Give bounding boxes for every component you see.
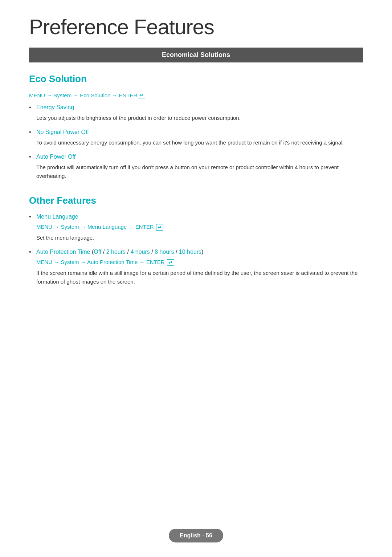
arrow-icon-1: → — [46, 92, 52, 98]
eco-solution-menu-path: MENU → System → Eco Solution → ENTER ↵ — [29, 92, 363, 98]
system-link: System — [61, 259, 79, 265]
option-4hours: 4 hours — [130, 249, 150, 255]
menu-language-path: MENU → System → Menu Language → ENTER ↵ — [36, 224, 363, 231]
menu-label: MENU — [36, 259, 52, 265]
list-item: No Signal Power Off To avoid unnecessary… — [29, 129, 363, 147]
arrow-icon: → — [54, 224, 61, 230]
auto-protection-time-label: Auto Protection Time (Off / 2 hours / 4 … — [36, 249, 203, 255]
eco-link: Eco Solution — [80, 92, 110, 98]
auto-protection-time-path: MENU → System → Auto Protection Time → E… — [36, 259, 363, 266]
options-paren-close: ) — [201, 249, 203, 255]
auto-protection-time-link[interactable]: Auto Protection Time — [36, 249, 90, 255]
menu-label: MENU — [36, 224, 52, 230]
option-8hours: 8 hours — [155, 249, 174, 255]
enter-icon: ↵ — [138, 92, 145, 98]
arrow-icon-3: → — [112, 92, 117, 98]
enter-label: ENTER — [119, 92, 137, 98]
energy-saving-desc: Lets you adjusts the brightness of the p… — [36, 114, 363, 122]
menu-language-link[interactable]: Menu Language — [36, 214, 78, 220]
options-slash-3: / — [150, 249, 155, 255]
arrow-icon: → — [81, 259, 87, 265]
list-item: Energy Saving Lets you adjusts the brigh… — [29, 104, 363, 122]
page-title: Preference Features — [29, 15, 363, 39]
enter-icon: ↵ — [167, 259, 174, 266]
footer-label: English - 56 — [169, 529, 223, 542]
menu-language-link-path: Menu Language — [87, 224, 127, 230]
arrow-icon-2: → — [73, 92, 78, 98]
other-features-list: Menu Language MENU → System → Menu Langu… — [29, 214, 363, 286]
menu-label: MENU — [29, 92, 45, 98]
option-10hours: 10 hours — [179, 249, 201, 255]
section-header: Economical Solutions — [29, 48, 363, 62]
other-features-section: Other Features Menu Language MENU → Syst… — [29, 195, 363, 286]
energy-saving-link[interactable]: Energy Saving — [36, 104, 74, 110]
enter-label: ENTER — [135, 224, 154, 230]
option-off: Off — [94, 249, 101, 255]
system-link: System — [53, 92, 72, 98]
option-2hours: 2 hours — [106, 249, 126, 255]
list-item: Menu Language MENU → System → Menu Langu… — [29, 214, 363, 242]
arrow-icon: → — [81, 224, 87, 230]
auto-power-off-link[interactable]: Auto Power Off — [36, 154, 75, 160]
enter-label: ENTER — [146, 259, 165, 265]
arrow-icon: → — [139, 259, 146, 265]
options-slash-4: / — [174, 249, 179, 255]
arrow-icon: → — [128, 224, 135, 230]
eco-solution-section: Eco Solution MENU → System → Eco Solutio… — [29, 73, 363, 180]
auto-protection-time-link-path: Auto Protection Time — [87, 259, 138, 265]
no-signal-power-off-link[interactable]: No Signal Power Off — [36, 129, 89, 135]
eco-solution-heading: Eco Solution — [29, 73, 363, 85]
options-slash-1: / — [101, 249, 106, 255]
eco-solution-list: Energy Saving Lets you adjusts the brigh… — [29, 104, 363, 180]
options-slash-2: / — [126, 249, 130, 255]
other-features-heading: Other Features — [29, 195, 363, 206]
menu-language-desc: Set the menu language. — [36, 233, 363, 242]
list-item: Auto Protection Time (Off / 2 hours / 4 … — [29, 249, 363, 286]
enter-icon: ↵ — [156, 224, 163, 231]
system-link: System — [61, 224, 79, 230]
auto-power-off-desc: The product will automatically turn off … — [36, 163, 363, 180]
no-signal-power-off-desc: To avoid unnecessary energy consumption,… — [36, 138, 363, 147]
arrow-icon: → — [54, 259, 61, 265]
list-item: Auto Power Off The product will automati… — [29, 154, 363, 180]
auto-protection-time-desc: If the screen remains idle with a still … — [36, 269, 363, 286]
